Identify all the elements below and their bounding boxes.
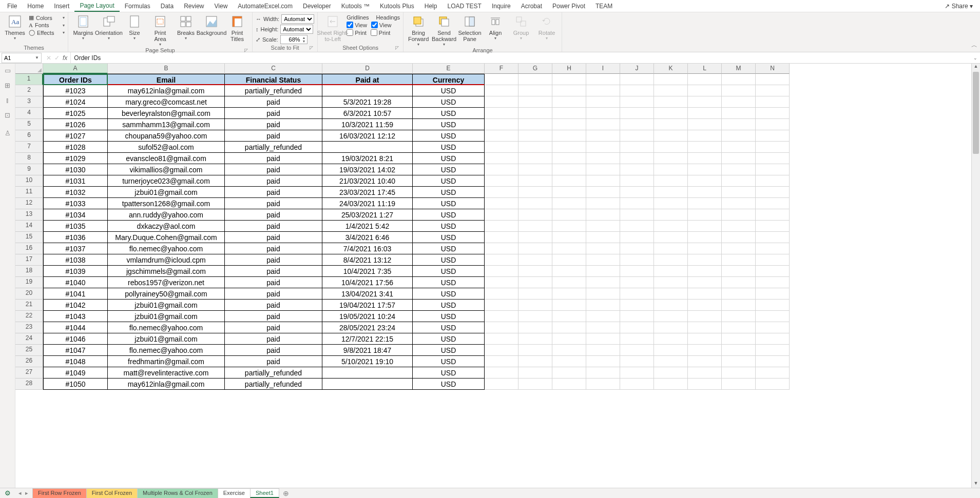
cell-D26[interactable]: 5/10/2021 19:10 [322, 356, 413, 367]
cell-F5[interactable] [485, 119, 518, 130]
cell-B11[interactable]: jzbui01@gmail.com [108, 187, 225, 198]
cell-I11[interactable] [586, 187, 620, 198]
cell-F3[interactable] [485, 96, 518, 108]
cell-M6[interactable] [722, 130, 756, 142]
cell-E8[interactable]: USD [413, 153, 485, 164]
cell-F16[interactable] [485, 243, 518, 254]
cell-I3[interactable] [586, 96, 620, 108]
cell-J28[interactable] [620, 379, 654, 390]
cell-F13[interactable] [485, 209, 518, 221]
cell-B9[interactable]: vikimallios@gmail.com [108, 164, 225, 175]
cell-J9[interactable] [620, 164, 654, 175]
cell-I27[interactable] [586, 367, 620, 379]
cell-D25[interactable]: 9/8/2021 18:47 [322, 345, 413, 356]
rail-icon-5[interactable]: ♙ [5, 129, 11, 137]
cell-L27[interactable] [688, 367, 722, 379]
cell-C22[interactable]: paid [225, 311, 322, 322]
cell-A26[interactable]: #1048 [43, 356, 108, 367]
cell-A5[interactable]: #1026 [43, 119, 108, 130]
cell-C25[interactable]: paid [225, 345, 322, 356]
cell-C11[interactable]: paid [225, 187, 322, 198]
cell-K12[interactable] [654, 198, 688, 209]
sheet-tab-exercise[interactable]: Exercise [218, 488, 251, 498]
cell-G16[interactable] [518, 243, 552, 254]
cell-B16[interactable]: flo.nemec@yahoo.com [108, 243, 225, 254]
cell-M23[interactable] [722, 322, 756, 333]
cell-N27[interactable] [756, 367, 790, 379]
cell-C4[interactable]: paid [225, 108, 322, 119]
cell-I17[interactable] [586, 254, 620, 266]
cell-H15[interactable] [552, 232, 586, 243]
print-titles-button[interactable]: Print Titles [225, 13, 249, 42]
cell-E6[interactable]: USD [413, 130, 485, 142]
cell-J1[interactable] [620, 74, 654, 85]
effects-button[interactable]: ◯Effects▾ [29, 29, 65, 36]
col-header-N[interactable]: N [756, 64, 790, 74]
cell-E4[interactable]: USD [413, 108, 485, 119]
cell-D6[interactable]: 16/03/2021 12:12 [322, 130, 413, 142]
cell-M19[interactable] [722, 277, 756, 288]
cell-D11[interactable]: 23/03/2021 17:45 [322, 187, 413, 198]
cell-J21[interactable] [620, 300, 654, 311]
page-setup-dialog-launcher[interactable]: ◸ [244, 48, 248, 53]
row-header-26[interactable]: 26 [15, 356, 43, 367]
cell-E2[interactable]: USD [413, 85, 485, 96]
cell-F19[interactable] [485, 277, 518, 288]
cell-D7[interactable] [322, 142, 413, 153]
cell-L19[interactable] [688, 277, 722, 288]
cell-H1[interactable] [552, 74, 586, 85]
cell-K5[interactable] [654, 119, 688, 130]
cell-E10[interactable]: USD [413, 175, 485, 187]
row-header-8[interactable]: 8 [15, 153, 43, 164]
cell-D21[interactable]: 19/04/2021 17:57 [322, 300, 413, 311]
cell-L2[interactable] [688, 85, 722, 96]
cell-A23[interactable]: #1044 [43, 322, 108, 333]
cell-J14[interactable] [620, 221, 654, 232]
cell-A13[interactable]: #1034 [43, 209, 108, 221]
cell-C15[interactable]: paid [225, 232, 322, 243]
cell-H14[interactable] [552, 221, 586, 232]
cell-N1[interactable] [756, 74, 790, 85]
cell-B17[interactable]: vmlamdrum@icloud.cpm [108, 254, 225, 266]
cell-B4[interactable]: beverleyralston@gmail.com [108, 108, 225, 119]
formula-input[interactable]: Order IDs [71, 54, 971, 62]
cell-A16[interactable]: #1037 [43, 243, 108, 254]
cell-H24[interactable] [552, 333, 586, 345]
cell-B5[interactable]: sammhamm13@gmail.com [108, 119, 225, 130]
cell-C10[interactable]: paid [225, 175, 322, 187]
gridlines-print-checkbox[interactable]: Print [347, 29, 367, 36]
cell-N25[interactable] [756, 345, 790, 356]
cell-I6[interactable] [586, 130, 620, 142]
ribbon-tab-load-test[interactable]: LOAD TEST [442, 1, 486, 11]
cell-G9[interactable] [518, 164, 552, 175]
colors-button[interactable]: ▦Colors▾ [29, 14, 65, 21]
row-header-21[interactable]: 21 [15, 300, 43, 311]
cell-N24[interactable] [756, 333, 790, 345]
cell-M5[interactable] [722, 119, 756, 130]
cell-I14[interactable] [586, 221, 620, 232]
row-header-14[interactable]: 14 [15, 221, 43, 232]
cell-L18[interactable] [688, 266, 722, 277]
cell-B13[interactable]: ann.ruddy@yahoo.com [108, 209, 225, 221]
cell-F28[interactable] [485, 379, 518, 390]
cell-N20[interactable] [756, 288, 790, 300]
cell-I22[interactable] [586, 311, 620, 322]
cell-A17[interactable]: #1038 [43, 254, 108, 266]
cell-J5[interactable] [620, 119, 654, 130]
cell-D18[interactable]: 10/4/2021 7:35 [322, 266, 413, 277]
cell-H20[interactable] [552, 288, 586, 300]
cell-J19[interactable] [620, 277, 654, 288]
cell-G5[interactable] [518, 119, 552, 130]
ribbon-tab-data[interactable]: Data [156, 1, 179, 11]
cell-K3[interactable] [654, 96, 688, 108]
cell-F15[interactable] [485, 232, 518, 243]
cell-M7[interactable] [722, 142, 756, 153]
cell-B22[interactable]: jzbui01@gmail.com [108, 311, 225, 322]
cell-L8[interactable] [688, 153, 722, 164]
cell-D3[interactable]: 5/3/2021 19:28 [322, 96, 413, 108]
cell-M22[interactable] [722, 311, 756, 322]
ribbon-tab-help[interactable]: Help [419, 1, 443, 11]
sheet-tab-first-row-frozen[interactable]: First Row Frozen [32, 488, 87, 498]
cell-B1[interactable]: Email [108, 74, 225, 85]
cell-J12[interactable] [620, 198, 654, 209]
